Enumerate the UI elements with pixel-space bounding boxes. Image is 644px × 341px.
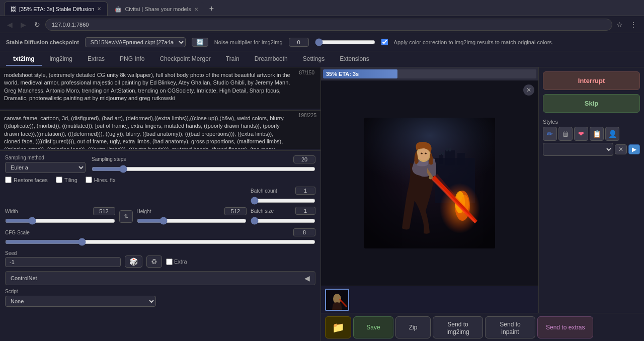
style-btn-4[interactable]: 📋: [590, 127, 604, 141]
generate-image-area: 35% ETA: 3s ✕: [321, 67, 644, 313]
tab-1[interactable]: 🖼 [35% ETA: 3s] Stable Diffusion ✕: [4, 2, 108, 16]
sampling-method-label: Sampling method: [5, 155, 86, 160]
tab-dreambooth[interactable]: Dreambooth: [248, 53, 295, 66]
send-to-inpaint-button[interactable]: Send toinpaint: [485, 316, 535, 338]
address-bar[interactable]: [45, 19, 612, 31]
tab-2-close[interactable]: ✕: [194, 7, 198, 12]
svg-rect-4: [457, 153, 465, 165]
left-column: 87/150 198/225 Sampling method Euler a: [0, 67, 321, 341]
dimensions-batch-row: Width ⇅ Height: [5, 187, 315, 225]
tab-settings[interactable]: Settings: [296, 53, 332, 66]
noise-slider[interactable]: [315, 38, 375, 46]
svg-rect-8: [446, 148, 448, 151]
open-folder-button[interactable]: 📁: [325, 316, 351, 338]
height-slider[interactable]: [137, 217, 247, 225]
menu-button[interactable]: ⋮: [627, 20, 640, 30]
save-button[interactable]: Save: [353, 316, 393, 338]
main-content: 87/150 198/225 Sampling method Euler a: [0, 67, 644, 341]
svg-rect-3: [445, 150, 455, 165]
image-container: ✕: [321, 80, 538, 286]
style-btn-1[interactable]: ✏: [543, 127, 557, 141]
hires-fix-checkbox[interactable]: Hires. fix: [86, 177, 116, 183]
style-btn-2[interactable]: 🗑: [558, 127, 573, 141]
controlnet-label: ControlNet: [11, 275, 37, 281]
batch-count-label: Batch count: [251, 188, 277, 194]
tab-2[interactable]: 🤖 Civitai | Share your models ✕: [109, 3, 204, 16]
bookmark-button[interactable]: ☆: [614, 20, 625, 30]
svg-point-15: [418, 148, 429, 160]
styles-section: Styles ✏ 🗑 ❤ 📋 👤: [543, 119, 640, 156]
width-slider[interactable]: [5, 217, 115, 225]
close-image-button[interactable]: ✕: [523, 84, 534, 96]
new-tab-button[interactable]: +: [205, 2, 218, 16]
seed-dice-button[interactable]: 🎲: [125, 255, 142, 268]
batch-count-slider[interactable]: [251, 197, 315, 205]
checkboxes-row: Restore faces Tiling Hires. fix: [5, 177, 315, 183]
checkpoint-select[interactable]: SD15NewVAEpruned.ckpt [27a4ac756c]: [85, 37, 186, 47]
restore-faces-checkbox[interactable]: Restore faces: [5, 177, 48, 183]
sampling-steps-slider[interactable]: [92, 165, 315, 173]
batch-count-input[interactable]: [295, 187, 315, 195]
cfg-label: CFG Scale: [5, 230, 30, 235]
top-controls: Stable Diffusion checkpoint SD15NewVAEpr…: [0, 33, 644, 51]
color-correct-label: Apply color correction to img2img result…: [394, 39, 553, 45]
seed-input[interactable]: [5, 257, 121, 267]
back-button[interactable]: ◀: [4, 20, 16, 30]
styles-label: Styles: [543, 119, 558, 125]
tab-bar: 🖼 [35% ETA: 3s] Stable Diffusion ✕ 🤖 Civ…: [0, 0, 644, 16]
forward-button[interactable]: ▶: [18, 20, 29, 30]
skip-button[interactable]: Skip: [543, 94, 640, 113]
seed-recycle-button[interactable]: ♻: [146, 255, 162, 268]
checkpoint-label: Stable Diffusion checkpoint: [6, 39, 79, 45]
height-input[interactable]: [224, 207, 247, 215]
negative-prompt-input[interactable]: [0, 111, 320, 149]
sampling-method-group: Sampling method Euler a: [5, 155, 86, 173]
styles-clear-button[interactable]: ✕: [615, 144, 627, 154]
style-btn-3[interactable]: ❤: [574, 127, 588, 141]
tab-png-info[interactable]: PNG Info: [113, 53, 151, 66]
thumbnail-item[interactable]: [325, 289, 349, 311]
styles-select[interactable]: [543, 143, 613, 156]
svg-rect-9: [449, 148, 451, 151]
nav-bar: ◀ ▶ ↻ ☆ ⋮: [0, 16, 644, 33]
tab-img2img[interactable]: img2img: [43, 53, 79, 66]
sampling-method-select[interactable]: Euler a: [5, 162, 86, 173]
tab-1-close[interactable]: ✕: [97, 6, 101, 12]
script-select[interactable]: None: [5, 296, 156, 307]
positive-prompt-input[interactable]: [0, 67, 320, 109]
checkpoint-refresh-button[interactable]: 🔄: [192, 38, 208, 47]
controlnet-row[interactable]: ControlNet ◀: [5, 271, 315, 285]
batch-size-input[interactable]: [295, 207, 315, 215]
progress-text: 35% ETA: 3s: [326, 71, 359, 77]
send-to-img2img-button[interactable]: Send toimg2img: [433, 316, 483, 338]
progress-fill: 35% ETA: 3s: [323, 69, 397, 78]
noise-value-input[interactable]: [289, 38, 309, 47]
tab-2-favicon: 🤖: [115, 6, 122, 13]
svg-rect-6: [439, 152, 441, 155]
browser-chrome: 🖼 [35% ETA: 3s] Stable Diffusion ✕ 🤖 Civ…: [0, 0, 644, 341]
cfg-slider[interactable]: [5, 238, 315, 246]
send-to-extras-button[interactable]: Send to extras: [537, 316, 593, 338]
color-correct-checkbox[interactable]: [381, 39, 388, 45]
tab-txt2img[interactable]: txt2img: [6, 53, 42, 66]
width-input[interactable]: [93, 207, 115, 215]
cfg-input[interactable]: [293, 228, 315, 236]
svg-point-17: [425, 153, 427, 154]
width-label: Width: [5, 209, 18, 214]
reload-button[interactable]: ↻: [31, 20, 43, 30]
tab-extras[interactable]: Extras: [80, 53, 112, 66]
extra-label[interactable]: Extra: [166, 259, 187, 265]
negative-prompt-container: 198/225: [0, 111, 320, 151]
tab-extensions[interactable]: Extensions: [333, 53, 376, 66]
styles-apply-button[interactable]: ▶: [628, 144, 640, 154]
batch-size-slider[interactable]: [251, 217, 315, 225]
sampling-steps-input[interactable]: [293, 155, 315, 163]
tab-train[interactable]: Train: [219, 53, 247, 66]
bottom-action-bar: 📁 Save Zip Send toimg2img Send toinpaint…: [321, 313, 644, 341]
swap-dimensions-button[interactable]: ⇅: [119, 210, 133, 223]
style-btn-5[interactable]: 👤: [605, 127, 619, 141]
interrupt-button[interactable]: Interrupt: [543, 71, 640, 90]
tiling-checkbox[interactable]: Tiling: [56, 177, 77, 183]
tab-checkpoint-merger[interactable]: Checkpoint Merger: [152, 53, 217, 66]
zip-button[interactable]: Zip: [395, 316, 431, 338]
